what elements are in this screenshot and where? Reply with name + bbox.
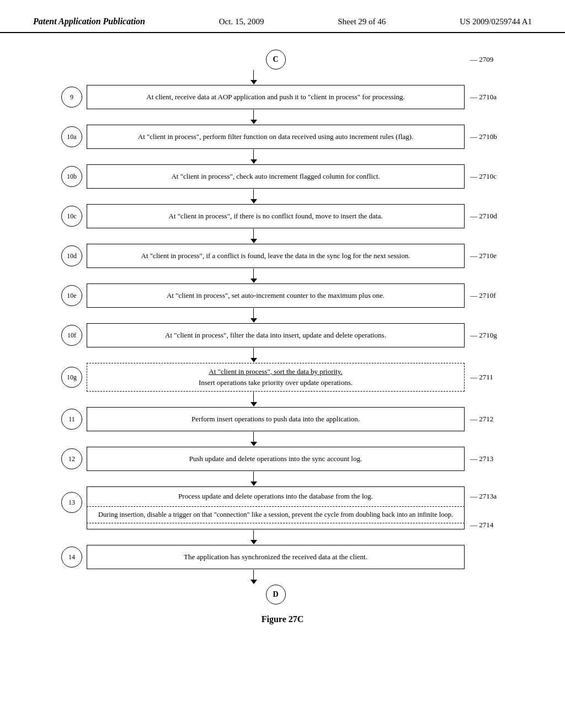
ref-2709: — 2709 xyxy=(465,55,509,64)
page: Patent Application Publication Oct. 15, … xyxy=(0,0,565,728)
step-12-label: 12 xyxy=(61,448,82,469)
step-10d-box: At "client in process", if a conflict is… xyxy=(87,244,465,268)
figure-caption: Figure 27C xyxy=(262,614,304,624)
arrow-0 xyxy=(56,69,509,85)
arrow-4 xyxy=(56,228,509,244)
arrow-7 xyxy=(56,347,509,363)
step-9-label: 9 xyxy=(61,87,82,108)
step-10e-row: 10e At "client in process", set auto-inc… xyxy=(56,283,509,308)
step-13-label: 13 xyxy=(61,492,82,513)
step-11-label: 11 xyxy=(61,409,82,430)
terminal-c-row: C — 2709 xyxy=(56,50,509,69)
ref-2710d: — 2710d xyxy=(465,212,509,221)
step-10g-label: 10g xyxy=(61,367,82,388)
ref-2710e: — 2710e xyxy=(465,251,509,260)
step-9-row: 9 At client, receive data at AOP applica… xyxy=(56,85,509,109)
diagram-area: C — 2709 9 At client, receive data at AO… xyxy=(0,39,565,641)
arrow-1 xyxy=(56,109,509,125)
step-10b-row: 10b At "client in process", check auto i… xyxy=(56,164,509,189)
step-14-label: 14 xyxy=(61,547,82,568)
arrow-8 xyxy=(56,392,509,407)
step-10f-box: At "client in process", filter the data … xyxy=(87,323,465,347)
step-14-box: The application has synchronized the rec… xyxy=(87,545,465,569)
ref-2711: — 2711 xyxy=(465,373,509,382)
ref-2710b: — 2710b xyxy=(465,132,509,141)
step-11-box: Perform insert operations to push data i… xyxy=(87,407,465,431)
header: Patent Application Publication Oct. 15, … xyxy=(0,0,565,33)
arrow-10 xyxy=(56,471,509,486)
step-13-row: 13 Process update and delete operations … xyxy=(56,486,509,529)
header-sheet: Sheet 29 of 46 xyxy=(338,17,386,26)
ref-2710a: — 2710a xyxy=(465,93,509,101)
terminal-d: D xyxy=(266,585,286,604)
ref-2710f: — 2710f xyxy=(465,291,509,300)
step-12-box: Push update and delete operations into t… xyxy=(87,447,465,471)
step-10e-label: 10e xyxy=(61,285,82,306)
arrow-12 xyxy=(56,569,509,585)
step-14-row: 14 The application has synchronized the … xyxy=(56,545,509,569)
step-10g-box: At "client in process", sort the data by… xyxy=(87,363,465,392)
step-10e-box: At "client in process", set auto-increme… xyxy=(87,283,465,308)
ref-2713-2714: — 2713a — 2714 xyxy=(465,486,509,529)
step-12-row: 12 Push update and delete operations int… xyxy=(56,447,509,471)
step-10f-row: 10f At "client in process", filter the d… xyxy=(56,323,509,347)
arrow-2 xyxy=(56,149,509,164)
ref-2713: — 2713 xyxy=(465,454,509,463)
step-13-text: Process update and delete operations int… xyxy=(87,487,464,506)
arrow-5 xyxy=(56,268,509,283)
arrow-3 xyxy=(56,189,509,204)
step-11-row: 11 Perform insert operations to push dat… xyxy=(56,407,509,431)
arrow-9 xyxy=(56,431,509,447)
ref-2710g: — 2710g xyxy=(465,331,509,340)
step-10b-label: 10b xyxy=(61,166,82,187)
ref-2714: — 2714 xyxy=(470,521,509,529)
arrow-11 xyxy=(56,529,509,545)
arrow-6 xyxy=(56,308,509,323)
flow-container: C — 2709 9 At client, receive data at AO… xyxy=(56,50,509,624)
ref-2713a: — 2713a xyxy=(470,492,509,501)
terminal-c: C xyxy=(266,50,286,69)
step-9-box: At client, receive data at AOP applicati… xyxy=(87,85,465,109)
step-13a-box: During insertion, disable a trigger on t… xyxy=(87,506,465,524)
step-10c-row: 10c At "client in process", if there is … xyxy=(56,204,509,228)
header-date: Oct. 15, 2009 xyxy=(219,17,264,26)
step-10f-label: 10f xyxy=(61,325,82,346)
step-10a-label: 10a xyxy=(61,126,82,147)
step-10d-label: 10d xyxy=(61,245,82,266)
ref-2712: — 2712 xyxy=(465,415,509,424)
step-10c-box: At "client in process", if there is no c… xyxy=(87,204,465,228)
step-10c-label: 10c xyxy=(61,206,82,227)
header-publication-label: Patent Application Publication xyxy=(33,17,145,26)
header-patent-number: US 2009/0259744 A1 xyxy=(460,17,532,26)
ref-2710c: — 2710c xyxy=(465,172,509,181)
step-10g-row: 10g At "client in process", sort the dat… xyxy=(56,363,509,392)
step-10a-row: 10a At "client in process", perform filt… xyxy=(56,125,509,149)
step-10b-box: At "client in process", check auto incre… xyxy=(87,164,465,189)
step-10d-row: 10d At "client in process", if a conflic… xyxy=(56,244,509,268)
terminal-d-row: D xyxy=(56,585,509,604)
step-10a-box: At "client in process", perform filter f… xyxy=(87,125,465,149)
figure-caption-label: Figure 27C xyxy=(262,614,304,624)
step-13-box: Process update and delete operations int… xyxy=(87,486,465,529)
